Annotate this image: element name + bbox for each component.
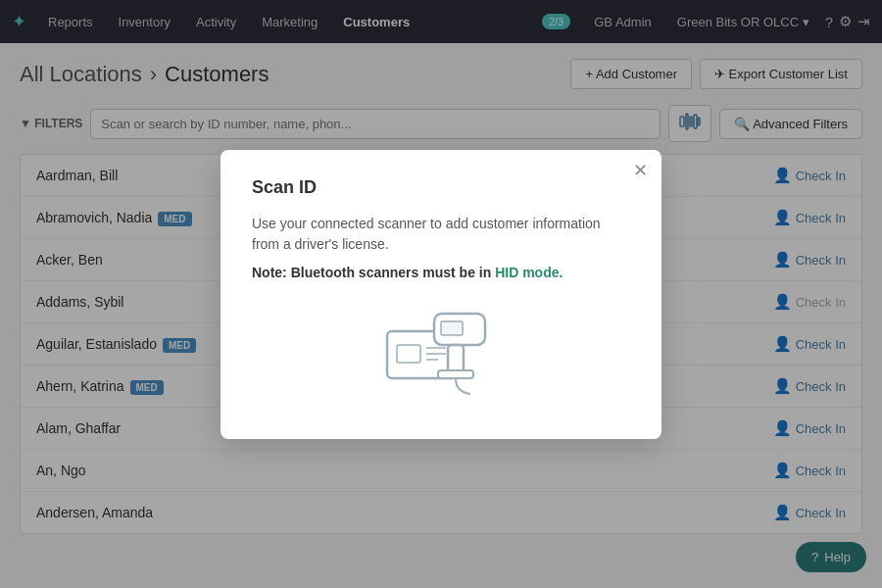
modal-note: Note: Bluetooth scanners must be in HID … xyxy=(252,265,630,280)
modal-description: Use your connected scanner to add custom… xyxy=(252,214,630,255)
modal-title: Scan ID xyxy=(252,177,630,198)
svg-rect-11 xyxy=(448,345,464,372)
modal-overlay[interactable]: ✕ Scan ID Use your connected scanner to … xyxy=(0,0,882,588)
modal-note-prefix: Note: Bluetooth scanners must be in xyxy=(252,265,495,280)
scan-id-modal: ✕ Scan ID Use your connected scanner to … xyxy=(220,150,662,439)
scanner-icon-container xyxy=(252,304,630,412)
scanner-illustration xyxy=(377,304,505,412)
svg-rect-13 xyxy=(438,370,473,378)
modal-close-button[interactable]: ✕ xyxy=(633,162,648,179)
hid-mode-link[interactable]: HID mode. xyxy=(495,265,563,280)
svg-rect-12 xyxy=(441,321,463,335)
